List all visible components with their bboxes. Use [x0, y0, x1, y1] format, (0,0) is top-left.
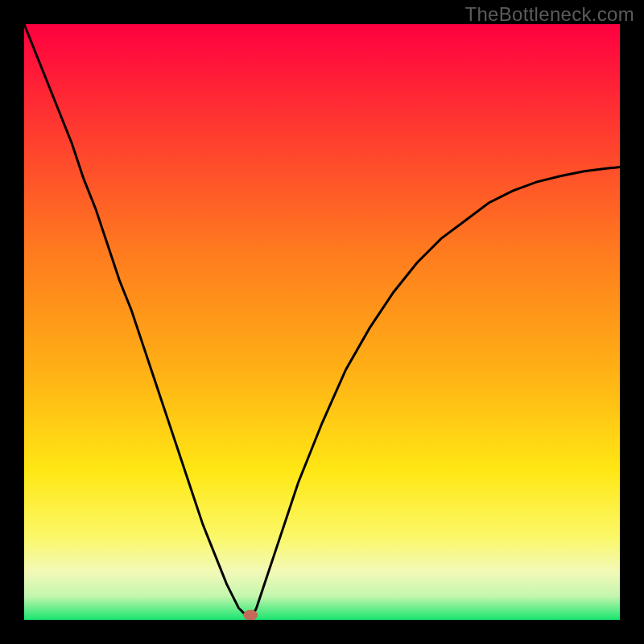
bottleneck-chart-svg — [24, 24, 620, 620]
chart-frame: TheBottleneck.com — [0, 0, 644, 644]
optimal-point-marker — [243, 610, 258, 620]
watermark-text: TheBottleneck.com — [464, 3, 634, 26]
plot-area — [24, 24, 620, 620]
gradient-background — [24, 24, 620, 620]
